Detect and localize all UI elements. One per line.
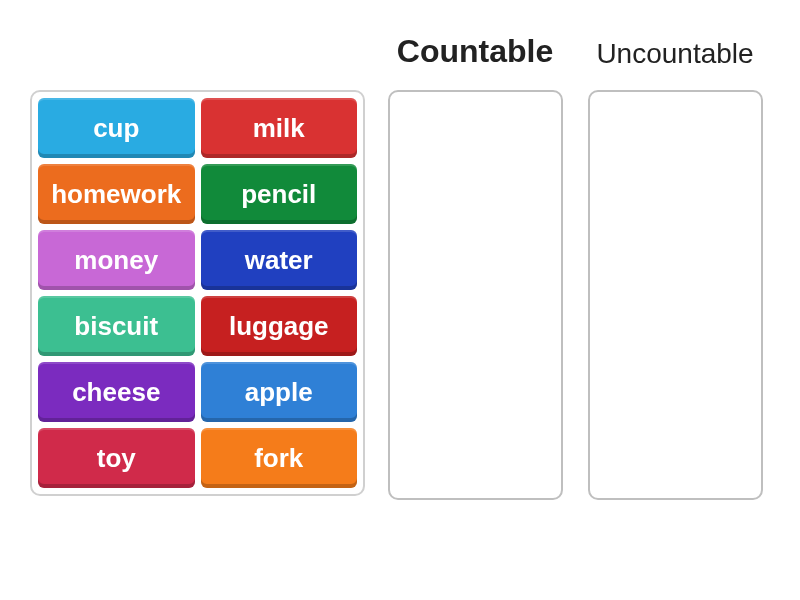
word-tile[interactable]: pencil — [201, 164, 358, 224]
category-header-uncountable: Uncountable — [596, 20, 753, 76]
word-tile[interactable]: cheese — [38, 362, 195, 422]
drop-area: Countable Uncountable — [385, 20, 770, 500]
word-tile[interactable]: cup — [38, 98, 195, 158]
word-tile[interactable]: homework — [38, 164, 195, 224]
game-container: cup milk homework pencil money water bis… — [0, 0, 800, 520]
tile-grid: cup milk homework pencil money water bis… — [38, 98, 357, 488]
word-tile[interactable]: toy — [38, 428, 195, 488]
category-header-countable: Countable — [397, 20, 553, 76]
word-tile[interactable]: money — [38, 230, 195, 290]
tile-panel: cup milk homework pencil money water bis… — [30, 90, 365, 496]
word-tile[interactable]: biscuit — [38, 296, 195, 356]
word-tile[interactable]: water — [201, 230, 358, 290]
drop-zone-countable[interactable] — [388, 90, 563, 500]
word-tile[interactable]: milk — [201, 98, 358, 158]
drop-zone-uncountable[interactable] — [588, 90, 763, 500]
word-tile[interactable]: luggage — [201, 296, 358, 356]
word-tile[interactable]: fork — [201, 428, 358, 488]
drop-column-uncountable: Uncountable — [585, 20, 765, 500]
word-tile[interactable]: apple — [201, 362, 358, 422]
drop-column-countable: Countable — [385, 20, 565, 500]
